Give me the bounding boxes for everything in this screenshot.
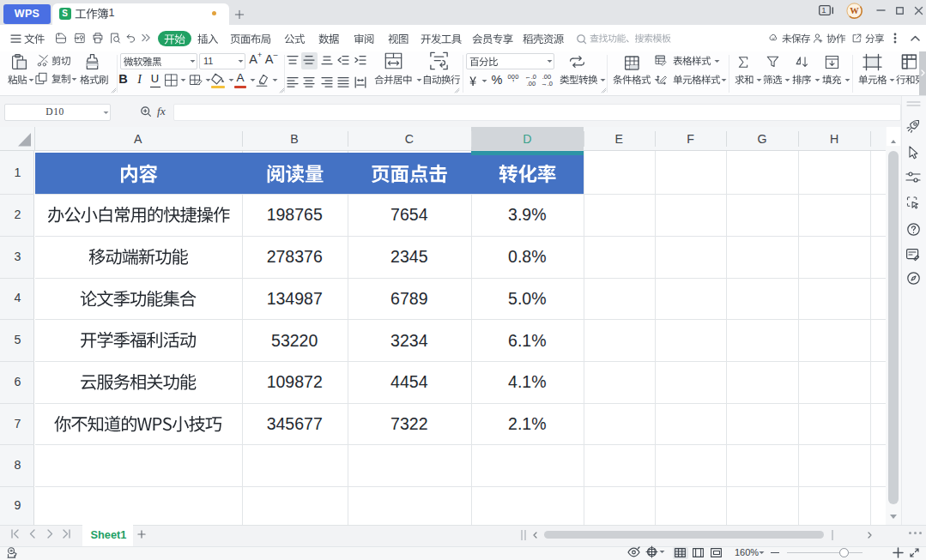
svg-text:W: W: [850, 6, 859, 15]
